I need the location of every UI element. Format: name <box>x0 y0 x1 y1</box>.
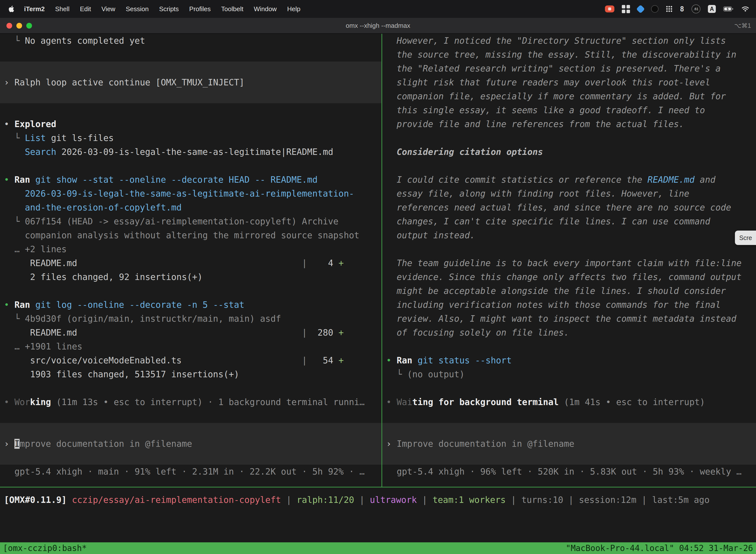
ralph-banner-text: Ralph loop active continue [OMX_TMUX_INJ… <box>14 77 244 88</box>
mode-label: ultrawork <box>370 495 417 505</box>
reasoning-line: slight risk that future readers may over… <box>382 75 756 89</box>
text-segment: • <box>4 300 14 310</box>
text-segment: | <box>636 495 652 505</box>
battery-percent-icon[interactable]: .61 <box>692 4 700 13</box>
git-status-output: └ (no output) <box>382 367 756 381</box>
menu-item-window[interactable]: Window <box>249 5 282 13</box>
text-segment: • <box>4 175 14 185</box>
text-segment: Ran <box>14 175 30 185</box>
git-log-command: git log --oneline --decorate -n 5 --stat <box>30 300 244 310</box>
menu-item-profiles[interactable]: Profiles <box>184 5 216 13</box>
minimize-window-icon[interactable] <box>16 23 22 29</box>
menu-item-shell[interactable]: Shell <box>50 5 75 13</box>
omx-status-pane-content: [OMX#0.11.9] cczip/essay/ai-reimplementa… <box>0 493 756 507</box>
text-segment: gpt-5.4 xhigh · 96% left · 520K in · 5.8… <box>386 466 742 477</box>
text-segment: | <box>417 495 433 505</box>
text-segment: might be acceptable alongside the file l… <box>386 286 726 296</box>
blank <box>0 103 381 117</box>
text-segment: README.md <box>4 328 77 338</box>
menu-item-view[interactable]: View <box>96 5 121 13</box>
terminal-area: └ No agents completed yet› Ralph loop ac… <box>0 34 756 487</box>
ran-git-show-line: • Ran git show --stat --oneline --decora… <box>0 173 381 187</box>
tmux-host-clock: "MacBook-Pro-44.local" 04:52 31-Mar-26 <box>566 543 753 553</box>
text-segment: output instead. <box>386 230 475 240</box>
text-segment: … +1901 lines <box>4 341 82 351</box>
text-segment: … +2 lines <box>4 244 67 254</box>
reasoning-line: provide file and line references from th… <box>382 117 756 131</box>
text-segment: 54 <box>307 355 338 365</box>
reasoning-line: essay file, along with finding root file… <box>382 187 756 201</box>
git-show-command: git show --stat --oneline --decorate HEA… <box>30 175 317 185</box>
text-segment: king <box>30 397 51 407</box>
reasoning-line: this single essay, it seems like a good … <box>382 103 756 117</box>
text-segment: src/voice/voiceModeEnabled.ts <box>4 355 182 365</box>
text-segment: Explored <box>14 119 56 129</box>
no-agents-line: └ No agents completed yet <box>0 34 381 48</box>
menu-item-iterm2[interactable]: iTerm2 <box>19 5 50 13</box>
blank <box>382 381 756 395</box>
reasoning-heading: Considering citation options <box>382 145 756 159</box>
prompt-placeholder: mprove documentation in @filename <box>19 439 192 449</box>
wifi-icon[interactable] <box>741 6 750 12</box>
screen-recording-icon[interactable] <box>605 5 614 12</box>
prompt-input-right[interactable]: › Improve documentation in @filename <box>382 437 756 451</box>
keycast-icon[interactable]: 8 <box>680 5 684 13</box>
text-segment: No agents completed yet <box>25 36 145 46</box>
menu-item-session[interactable]: Session <box>121 5 154 13</box>
menu-items: iTerm2ShellEditViewSessionScriptsProfile… <box>19 5 306 13</box>
close-window-icon[interactable] <box>6 23 12 29</box>
menu-item-edit[interactable]: Edit <box>75 5 96 13</box>
text-segment: | <box>506 495 521 505</box>
screen-share-overlay[interactable]: Scre <box>735 231 756 245</box>
input-source-icon[interactable]: A <box>708 5 716 13</box>
menu-item-toolbelt[interactable]: Toolbelt <box>216 5 249 13</box>
waiting-status-line: • Waiting for background terminal (1m 41… <box>382 395 756 409</box>
menu-item-help[interactable]: Help <box>282 5 306 13</box>
text-segment: › <box>386 439 397 449</box>
window-grid-icon[interactable] <box>622 5 630 13</box>
text-segment: and-the-erosion-of-copyleft.md <box>4 203 182 213</box>
dark-app-icon[interactable] <box>651 5 658 13</box>
blank <box>0 284 381 298</box>
text-segment: 1903 files changed, 513517 insertions(+) <box>4 369 239 379</box>
battery-icon[interactable] <box>723 6 734 12</box>
blank <box>382 340 756 353</box>
explored-search-line: Search 2026-03-09-is-legal-the-same-as-l… <box>0 145 381 159</box>
blank <box>0 48 381 62</box>
git-log-commit-line: └ 4b9d30f (origin/main, instructkr/main,… <box>0 312 381 326</box>
reasoning-line: references need actual files, and since … <box>382 201 756 214</box>
branch-path: cczip/essay/ai-reimplementation-copyleft <box>72 495 281 505</box>
dots-grid-icon[interactable] <box>666 6 673 12</box>
zoom-window-icon[interactable] <box>26 23 32 29</box>
raycast-icon[interactable] <box>636 4 645 13</box>
git-log-stat-voice: src/voice/voiceModeEnabled.ts | 54 + <box>0 353 381 367</box>
ran-git-log-line: • Ran git log --oneline --decorate -n 5 … <box>0 298 381 312</box>
text-segment: | <box>77 328 307 338</box>
menu-item-scripts[interactable]: Scripts <box>154 5 184 13</box>
ralph-banner-line[interactable]: › Ralph loop active continue [OMX_TMUX_I… <box>0 75 381 89</box>
blank <box>0 409 381 423</box>
ralph-counter: ralph:11/20 <box>297 495 354 505</box>
window-title-bar[interactable]: omx --xhigh --madmax ⌥⌘1 <box>0 18 756 34</box>
text-segment: the "Related research writing" section i… <box>386 63 721 73</box>
list-keyword: List <box>25 133 46 143</box>
text-segment: └ <box>4 36 25 46</box>
team-counter: team:1 workers <box>433 495 506 505</box>
reasoning-line: the "Related research writing" section i… <box>382 62 756 75</box>
text-segment: └ <box>4 133 25 143</box>
text-segment: (11m 13s • esc to interrupt) · 1 backgro… <box>51 397 365 407</box>
blank <box>0 451 381 465</box>
apple-menu[interactable] <box>6 5 19 13</box>
blank <box>0 159 381 173</box>
text-segment: • <box>4 119 14 129</box>
omx-status-line: [OMX#0.11.9] cczip/essay/ai-reimplementa… <box>0 493 756 507</box>
text-segment: changes, I can't cite specific file line… <box>386 216 710 226</box>
model-status-left: gpt-5.4 xhigh · main · 91% left · 2.31M … <box>0 465 381 479</box>
reasoning-line: might be acceptable alongside the file l… <box>382 284 756 298</box>
text-segment: 280 <box>307 328 338 338</box>
git-log-summary: 1903 files changed, 513517 insertions(+) <box>0 367 381 381</box>
text-segment: last:5m ago <box>652 495 710 505</box>
window-shortcut-badge: ⌥⌘1 <box>734 22 756 29</box>
text-segment: Ran <box>397 355 412 365</box>
prompt-input-left[interactable]: › Improve documentation in @filename <box>0 437 381 451</box>
